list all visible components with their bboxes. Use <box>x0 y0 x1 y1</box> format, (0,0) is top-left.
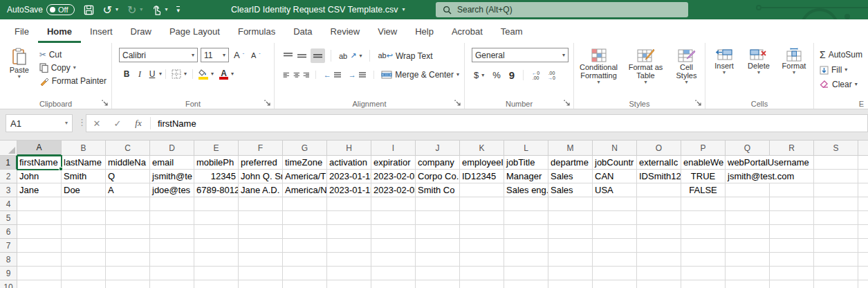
cell-Q3[interactable] <box>726 183 770 197</box>
column-header-J[interactable]: J <box>416 141 460 156</box>
font-dialog-launcher[interactable] <box>264 100 272 107</box>
cell-H6[interactable] <box>327 225 371 239</box>
cell-M3[interactable]: Sales <box>548 183 593 197</box>
cell-H4[interactable] <box>327 197 371 211</box>
cell-N4[interactable] <box>593 197 637 211</box>
select-all-corner[interactable] <box>0 141 17 156</box>
cell-F8[interactable] <box>239 253 283 267</box>
cell-M10[interactable] <box>548 280 593 288</box>
cell-I4[interactable] <box>371 197 416 211</box>
column-header-B[interactable]: B <box>62 141 106 156</box>
cell-K2[interactable]: ID12345 <box>460 170 504 183</box>
cell-N9[interactable] <box>593 267 637 280</box>
cell-Q9[interactable] <box>726 267 770 280</box>
cell-P6[interactable] <box>681 225 726 239</box>
cell-L6[interactable] <box>504 225 548 239</box>
cell-E8[interactable] <box>194 253 239 267</box>
cell-P3[interactable]: FALSE <box>681 183 726 197</box>
cell-H3[interactable]: 2023-01-15 <box>327 183 371 197</box>
formula-input[interactable]: firstName <box>152 118 867 129</box>
cell-M1[interactable]: departme <box>548 156 593 170</box>
cell-C3[interactable]: A <box>106 183 150 197</box>
cell-H9[interactable] <box>327 267 371 280</box>
column-header-Q[interactable]: Q <box>726 141 770 156</box>
cell-D2[interactable]: jsmith@te <box>150 170 194 183</box>
column-header-F[interactable]: F <box>239 141 283 156</box>
cell-D7[interactable] <box>150 239 194 253</box>
cell-N7[interactable] <box>593 239 637 253</box>
cell-E5[interactable] <box>194 211 239 225</box>
cell-C10[interactable] <box>106 280 150 288</box>
row-header-8[interactable]: 8 <box>0 253 17 267</box>
conditional-formatting-button[interactable]: Conditional Formatting ▾ <box>577 48 621 85</box>
cell-F3[interactable]: Jane A.D. <box>239 183 283 197</box>
cell-I3[interactable]: 2023-02-05 <box>371 183 416 197</box>
cell-H10[interactable] <box>327 280 371 288</box>
cell-R3[interactable] <box>770 183 814 197</box>
cell-S9[interactable] <box>814 267 858 280</box>
cell-K7[interactable] <box>460 239 504 253</box>
cell-H8[interactable] <box>327 253 371 267</box>
cell-D10[interactable] <box>150 280 194 288</box>
cell-C8[interactable] <box>106 253 150 267</box>
cell-B10[interactable] <box>62 280 106 288</box>
fill-color-button[interactable]: ▾ <box>196 68 216 80</box>
accounting-format-button[interactable]: $ ▾ <box>472 69 486 81</box>
column-header-N[interactable]: N <box>593 141 637 156</box>
cell-B7[interactable] <box>62 239 106 253</box>
cell-N5[interactable] <box>593 211 637 225</box>
align-left-icon[interactable] <box>283 71 290 79</box>
cell-B9[interactable] <box>62 267 106 280</box>
insert-cells-button[interactable]: Insert ▾ <box>709 48 739 75</box>
increase-font-button[interactable]: Aˆ <box>232 49 246 61</box>
align-bottom-button[interactable] <box>311 48 325 63</box>
cell-N3[interactable]: USA <box>593 183 637 197</box>
tab-draw[interactable]: Draw <box>122 19 160 43</box>
row-header-5[interactable]: 5 <box>0 211 17 225</box>
cell-M9[interactable] <box>548 267 593 280</box>
cell-K6[interactable] <box>460 225 504 239</box>
cell-J9[interactable] <box>416 267 460 280</box>
cell-I1[interactable]: expiratior <box>371 156 416 170</box>
cell-G8[interactable] <box>283 253 327 267</box>
cell-P7[interactable] <box>681 239 726 253</box>
cell-A7[interactable] <box>17 239 62 253</box>
cell-N6[interactable] <box>593 225 637 239</box>
cell-O8[interactable] <box>637 253 681 267</box>
cell-Q6[interactable] <box>726 225 770 239</box>
align-top-icon[interactable] <box>283 52 293 60</box>
cell-A2[interactable]: John <box>17 170 62 183</box>
cell-A1[interactable]: firstName <box>17 156 62 170</box>
cell-M7[interactable] <box>548 239 593 253</box>
cell-R8[interactable] <box>770 253 814 267</box>
row-header-4[interactable]: 4 <box>0 197 17 211</box>
cell-K1[interactable]: employeeI <box>460 156 504 170</box>
cell-B6[interactable] <box>62 225 106 239</box>
cell-Q1[interactable]: webPortalUsername <box>726 156 814 170</box>
cell-D5[interactable] <box>150 211 194 225</box>
cell-B2[interactable]: Smith <box>62 170 106 183</box>
cell-N10[interactable] <box>593 280 637 288</box>
cell-R10[interactable] <box>770 280 814 288</box>
align-right-icon[interactable] <box>303 71 310 79</box>
cell-R7[interactable] <box>770 239 814 253</box>
cell-L2[interactable]: Manager <box>504 170 548 183</box>
cell-G6[interactable] <box>283 225 327 239</box>
column-header-R[interactable]: R <box>770 141 814 156</box>
cell-K5[interactable] <box>460 211 504 225</box>
cell-L1[interactable]: jobTitle <box>504 156 548 170</box>
tab-view[interactable]: View <box>369 19 406 43</box>
cell-O3[interactable] <box>637 183 681 197</box>
cell-R6[interactable] <box>770 225 814 239</box>
cell-M6[interactable] <box>548 225 593 239</box>
cell-M2[interactable]: Sales <box>548 170 593 183</box>
cell-L4[interactable] <box>504 197 548 211</box>
cell-M8[interactable] <box>548 253 593 267</box>
cell-F9[interactable] <box>239 267 283 280</box>
bold-button[interactable]: B <box>120 69 133 80</box>
cell-I9[interactable] <box>371 267 416 280</box>
row-header-10[interactable]: 10 <box>0 280 17 288</box>
cell-A4[interactable] <box>17 197 62 211</box>
document-title[interactable]: ClearID Identity Request CSV Template.cs… <box>231 0 405 19</box>
cell-J6[interactable] <box>416 225 460 239</box>
